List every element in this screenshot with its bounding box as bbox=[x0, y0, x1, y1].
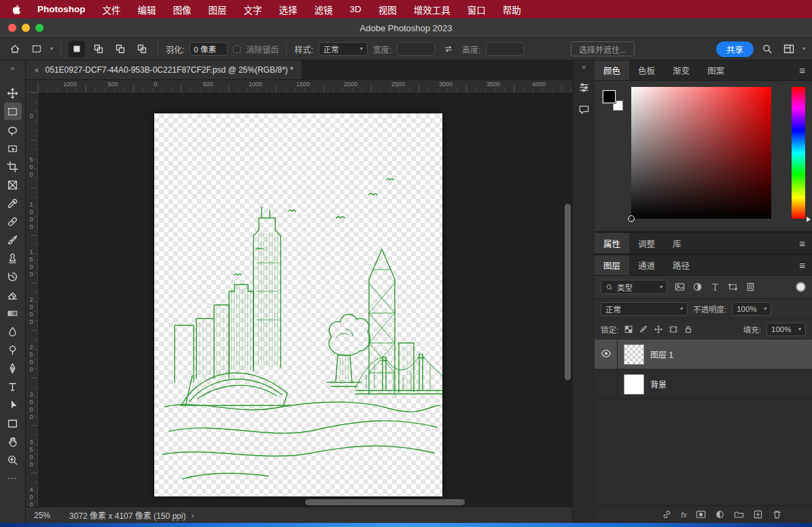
filter-type-layers-icon[interactable] bbox=[710, 282, 720, 292]
foreground-color-swatch[interactable] bbox=[603, 90, 616, 103]
width-input[interactable] bbox=[397, 42, 435, 56]
layer-name[interactable]: 图层 1 bbox=[650, 348, 673, 360]
link-layers-icon[interactable] bbox=[662, 509, 672, 520]
search-icon[interactable] bbox=[759, 41, 775, 57]
rectangle-shape-tool[interactable] bbox=[4, 414, 22, 432]
panel-menu-icon[interactable]: ≡ bbox=[792, 60, 812, 80]
add-to-selection-mode-button[interactable] bbox=[90, 41, 107, 57]
tool-preset-marquee-icon[interactable] bbox=[29, 41, 45, 57]
spot-healing-brush-tool[interactable] bbox=[4, 213, 22, 230]
pen-tool[interactable] bbox=[4, 359, 22, 377]
tab-layers[interactable]: 图层 bbox=[595, 255, 629, 275]
vertical-scrollbar[interactable] bbox=[565, 204, 571, 380]
menu-view[interactable]: 视图 bbox=[378, 3, 397, 16]
layer-visibility-toggle[interactable] bbox=[595, 340, 618, 369]
document-tab[interactable]: × 051E0927-DCF7-44A0-953B-0C221F87CF2F.p… bbox=[26, 60, 302, 79]
minimize-window-button[interactable] bbox=[22, 24, 30, 32]
frame-tool[interactable] bbox=[4, 176, 22, 194]
panel-menu-icon[interactable]: ≡ bbox=[792, 255, 812, 275]
zoom-level-field[interactable]: 25% bbox=[34, 511, 50, 520]
feather-input[interactable] bbox=[190, 42, 228, 56]
brush-tool[interactable] bbox=[4, 231, 22, 249]
toolbar-collapse-chevron-icon[interactable]: » bbox=[10, 64, 14, 75]
tab-swatches[interactable]: 色板 bbox=[629, 60, 664, 80]
tab-gradients[interactable]: 渐变 bbox=[664, 60, 699, 80]
menu-plugins[interactable]: 增效工具 bbox=[414, 3, 451, 16]
clone-stamp-tool[interactable] bbox=[4, 249, 22, 267]
new-adjustment-layer-icon[interactable] bbox=[715, 509, 725, 520]
menu-type[interactable]: 文字 bbox=[244, 3, 262, 16]
object-selection-tool[interactable] bbox=[4, 139, 22, 157]
layer-filter-type-select[interactable]: 类型 ▾ bbox=[601, 280, 667, 294]
lock-position-icon[interactable] bbox=[654, 325, 663, 334]
layer-thumbnail[interactable] bbox=[624, 344, 644, 365]
rectangular-marquee-tool[interactable] bbox=[4, 103, 22, 120]
gradient-tool[interactable] bbox=[4, 304, 22, 322]
menu-window[interactable]: 窗口 bbox=[467, 3, 486, 16]
new-group-icon[interactable] bbox=[734, 509, 744, 520]
brush-settings-panel-icon[interactable] bbox=[576, 79, 592, 95]
layer-row-background[interactable]: 背景 bbox=[595, 369, 812, 399]
apple-menu-icon[interactable] bbox=[11, 4, 20, 15]
layer-name[interactable]: 背景 bbox=[650, 378, 667, 390]
tool-preset-caret-icon[interactable]: ▾ bbox=[50, 46, 53, 52]
canvas-viewport[interactable]: 1000 500 0 500 1000 1500 2000 2500 3000 … bbox=[26, 80, 572, 507]
status-chevron-icon[interactable]: › bbox=[191, 511, 194, 520]
layer-row-layer1[interactable]: 图层 1 bbox=[595, 340, 812, 369]
lock-artboard-icon[interactable] bbox=[669, 325, 678, 334]
horizontal-scrollbar[interactable] bbox=[305, 499, 465, 505]
hand-tool[interactable] bbox=[4, 433, 22, 450]
panel-menu-icon[interactable]: ≡ bbox=[792, 233, 812, 253]
type-tool[interactable] bbox=[4, 378, 22, 395]
filter-pixel-layers-icon[interactable] bbox=[675, 282, 685, 292]
menu-image[interactable]: 图像 bbox=[173, 3, 192, 16]
eyedropper-tool[interactable] bbox=[4, 194, 22, 212]
antialias-checkbox[interactable] bbox=[233, 46, 241, 53]
document-canvas[interactable] bbox=[154, 113, 442, 496]
tab-color[interactable]: 颜色 bbox=[595, 60, 629, 80]
delete-layer-icon[interactable] bbox=[772, 509, 782, 520]
menu-3d[interactable]: 3D bbox=[350, 4, 361, 14]
color-panel-arrow-icon[interactable] bbox=[807, 217, 811, 222]
color-picker-ring[interactable] bbox=[628, 215, 635, 222]
eraser-tool[interactable] bbox=[4, 286, 22, 304]
workspace-caret-icon[interactable]: ▾ bbox=[802, 46, 805, 52]
menu-filter[interactable]: 滤镜 bbox=[315, 3, 333, 16]
foreground-background-swatches[interactable] bbox=[603, 90, 624, 112]
lock-all-icon[interactable] bbox=[684, 325, 693, 334]
intersect-selection-mode-button[interactable] bbox=[134, 41, 150, 57]
select-and-mask-button[interactable]: 选择并遮住... bbox=[571, 41, 635, 56]
lock-image-icon[interactable] bbox=[639, 325, 648, 334]
filter-smart-objects-icon[interactable] bbox=[745, 282, 756, 292]
menu-layer[interactable]: 图层 bbox=[209, 3, 227, 16]
layer-style-icon[interactable]: fx bbox=[681, 511, 687, 519]
zoom-tool[interactable] bbox=[4, 451, 22, 469]
menu-app-name[interactable]: Photoshop bbox=[37, 4, 86, 14]
tab-channels[interactable]: 通道 bbox=[629, 255, 664, 275]
add-layer-mask-icon[interactable] bbox=[696, 509, 706, 520]
new-layer-icon[interactable] bbox=[753, 509, 763, 520]
menu-edit[interactable]: 编辑 bbox=[138, 3, 156, 16]
share-button[interactable]: 共享 bbox=[716, 41, 754, 57]
saturation-brightness-field[interactable] bbox=[631, 87, 771, 219]
swap-width-height-icon[interactable] bbox=[440, 41, 457, 57]
new-selection-mode-button[interactable] bbox=[69, 41, 85, 57]
blend-mode-select[interactable]: 正常▾ bbox=[601, 302, 688, 316]
workspace-switcher-icon[interactable] bbox=[781, 41, 797, 57]
comments-panel-icon[interactable] bbox=[576, 101, 592, 117]
layer-visibility-toggle[interactable] bbox=[595, 369, 618, 399]
height-input[interactable] bbox=[486, 42, 524, 56]
tab-libraries[interactable]: 库 bbox=[664, 233, 690, 253]
opacity-select[interactable]: 100%▾ bbox=[732, 302, 771, 316]
hue-slider[interactable] bbox=[792, 87, 805, 219]
lock-transparency-icon[interactable] bbox=[624, 325, 633, 334]
layer-filtering-toggle[interactable] bbox=[796, 282, 806, 292]
fill-select[interactable]: 100%▾ bbox=[766, 323, 806, 336]
move-tool[interactable] bbox=[4, 84, 22, 102]
dodge-tool[interactable] bbox=[4, 341, 22, 359]
blur-tool[interactable] bbox=[4, 323, 22, 340]
fullscreen-window-button[interactable] bbox=[35, 24, 43, 32]
history-brush-tool[interactable] bbox=[4, 268, 22, 285]
crop-tool[interactable] bbox=[4, 158, 22, 175]
filter-shape-layers-icon[interactable] bbox=[728, 282, 738, 292]
